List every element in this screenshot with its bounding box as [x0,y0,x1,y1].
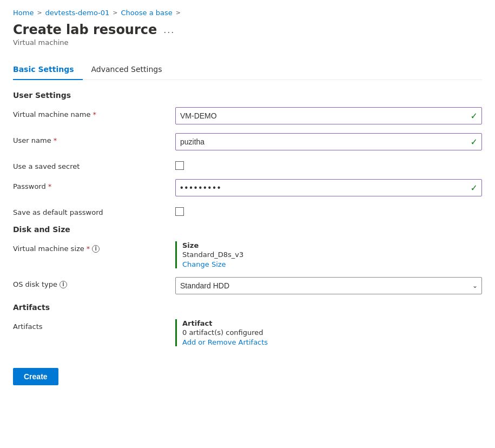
page-subtitle: Virtual machine [13,38,482,47]
artifacts-title: Artifacts [13,303,482,312]
artifact-header-label: Artifact [182,319,482,327]
vm-name-control: ✓ [175,107,482,124]
password-label: Password * [13,179,175,190]
password-control: ✓ [175,179,482,196]
password-required: * [48,182,52,190]
breadcrumb-sep-1: > [37,9,42,16]
breadcrumb-sep-2: > [113,9,117,16]
default-password-label: Save as default password [13,205,175,216]
tab-advanced-settings[interactable]: Advanced Settings [83,60,171,80]
artifacts-control: Artifact 0 artifact(s) configured Add or… [175,319,482,346]
user-name-input-wrapper: ✓ [175,133,482,150]
add-remove-artifacts-link[interactable]: Add or Remove Artifacts [182,338,268,346]
default-password-row: Save as default password [13,205,482,216]
password-row: Password * ✓ [13,179,482,196]
user-settings-title: User Settings [13,91,482,100]
vm-name-label: Virtual machine name * [13,107,175,118]
vm-size-control: Size Standard_D8s_v3 Change Size [175,241,482,268]
vm-name-check-icon: ✓ [471,111,478,121]
user-name-label: User name * [13,133,175,144]
vm-name-input-wrapper: ✓ [175,107,482,124]
vm-size-required: * [87,245,90,253]
default-password-checkbox[interactable] [175,207,184,216]
user-name-row: User name * ✓ [13,133,482,150]
vm-size-info-icon[interactable]: i [92,245,100,253]
saved-secret-row: Use a saved secret [13,159,482,170]
artifact-count: 0 artifact(s) configured [182,328,482,337]
more-options-button[interactable]: ... [161,23,177,37]
page-header: Create lab resource ... [13,22,482,37]
user-name-required: * [54,136,57,144]
vm-size-info: Size Standard_D8s_v3 Change Size [175,241,482,268]
breadcrumb-home[interactable]: Home [13,9,34,17]
page-title: Create lab resource [13,22,157,37]
breadcrumb-devtests[interactable]: devtests-demo-01 [45,9,110,17]
password-input-wrapper: ✓ [175,179,482,196]
password-input[interactable] [175,179,482,196]
artifacts-row: Artifacts Artifact 0 artifact(s) configu… [13,319,482,346]
saved-secret-control [175,159,482,170]
disk-size-title: Disk and Size [13,225,482,234]
vm-name-row: Virtual machine name * ✓ [13,107,482,124]
artifact-info: Artifact 0 artifact(s) configured Add or… [175,319,482,346]
vm-size-value: Standard_D8s_v3 [182,251,482,259]
vm-size-info-label: Size [182,241,482,249]
os-disk-row: OS disk type i Standard HDD Standard SSD… [13,277,482,294]
saved-secret-label: Use a saved secret [13,159,175,170]
os-disk-control: Standard HDD Standard SSD Premium SSD ⌄ [175,277,482,294]
saved-secret-checkbox[interactable] [175,161,184,170]
artifacts-label: Artifacts [13,319,175,331]
saved-secret-checkbox-wrapper [175,159,482,170]
create-button[interactable]: Create [13,368,58,385]
default-password-control [175,205,482,216]
breadcrumb-choose-base[interactable]: Choose a base [121,9,173,17]
breadcrumb-sep-3: > [176,9,181,16]
os-disk-label: OS disk type i [13,277,175,288]
password-check-icon: ✓ [471,183,478,193]
tab-bar: Basic Settings Advanced Settings [13,60,482,80]
vm-name-input[interactable] [175,107,482,124]
user-name-control: ✓ [175,133,482,150]
default-password-checkbox-wrapper [175,205,482,216]
user-name-input[interactable] [175,133,482,150]
user-name-check-icon: ✓ [471,137,478,147]
tab-basic-settings[interactable]: Basic Settings [13,60,83,80]
vm-size-row: Virtual machine size * i Size Standard_D… [13,241,482,268]
vm-size-label: Virtual machine size * i [13,241,175,253]
os-disk-info-icon[interactable]: i [60,281,67,288]
os-disk-select-wrapper: Standard HDD Standard SSD Premium SSD ⌄ [175,277,482,294]
vm-name-required: * [93,110,96,118]
footer: Create [13,361,482,385]
breadcrumb: Home > devtests-demo-01 > Choose a base … [13,9,482,17]
change-size-link[interactable]: Change Size [182,260,226,268]
os-disk-select[interactable]: Standard HDD Standard SSD Premium SSD [175,277,482,294]
